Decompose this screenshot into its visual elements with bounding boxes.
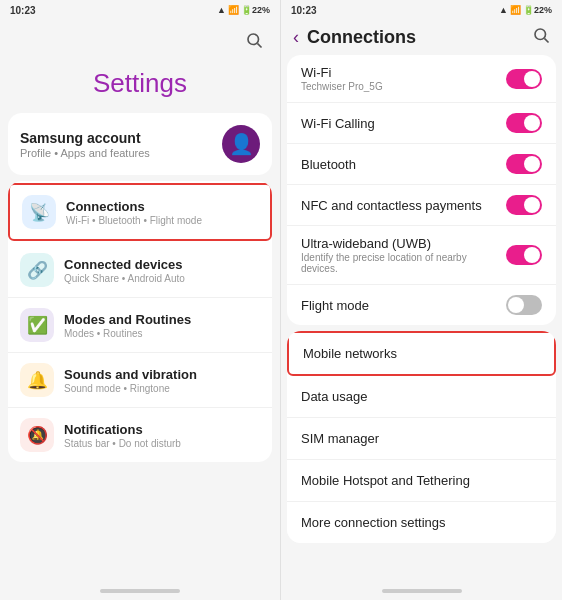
left-bottom-bar xyxy=(0,582,280,600)
wifi-toggle[interactable] xyxy=(506,69,542,89)
sidebar-item-notifications[interactable]: 🔕 Notifications Status bar • Do not dist… xyxy=(8,408,272,462)
connections-title: Connections xyxy=(66,199,202,214)
uwb-title: Ultra-wideband (UWB) xyxy=(301,236,506,251)
flight-mode-toggle[interactable] xyxy=(506,295,542,315)
sidebar-item-sounds[interactable]: 🔔 Sounds and vibration Sound mode • Ring… xyxy=(8,353,272,408)
wifi-title: Wi-Fi xyxy=(301,65,506,80)
left-bottom-indicator xyxy=(100,589,180,593)
wifi-calling-title: Wi-Fi Calling xyxy=(301,116,506,131)
uwb-sub: Identify the precise location of nearby … xyxy=(301,252,506,274)
modes-routines-title: Modes and Routines xyxy=(64,312,191,327)
samsung-account-card[interactable]: Samsung account Profile • Apps and featu… xyxy=(8,113,272,175)
svg-line-3 xyxy=(544,38,548,42)
wifi-sub: Techwiser Pro_5G xyxy=(301,81,506,92)
connected-devices-sub: Quick Share • Android Auto xyxy=(64,273,185,284)
right-status-bar: 10:23 ▲ 📶 🔋22% xyxy=(281,0,562,20)
data-usage-title: Data usage xyxy=(301,389,542,404)
account-name: Samsung account xyxy=(20,130,150,146)
nfc-title: NFC and contactless payments xyxy=(301,198,506,213)
flight-mode-title: Flight mode xyxy=(301,298,506,313)
more-connection-item[interactable]: More connection settings xyxy=(287,502,556,543)
notifications-title: Notifications xyxy=(64,422,181,437)
avatar: 👤 xyxy=(222,125,260,163)
flight-mode-item[interactable]: Flight mode xyxy=(287,285,556,325)
bluetooth-toggle[interactable] xyxy=(506,154,542,174)
left-time: 10:23 xyxy=(10,5,36,16)
left-panel: 10:23 ▲ 📶 🔋22% Settings Samsung account … xyxy=(0,0,281,600)
left-search-button[interactable] xyxy=(240,26,268,54)
more-connection-title: More connection settings xyxy=(301,515,542,530)
svg-point-0 xyxy=(248,34,259,45)
nfc-toggle[interactable] xyxy=(506,195,542,215)
sidebar-item-modes-routines[interactable]: ✅ Modes and Routines Modes • Routines xyxy=(8,298,272,353)
connected-devices-title: Connected devices xyxy=(64,257,185,272)
settings-title: Settings xyxy=(0,58,280,113)
bluetooth-title: Bluetooth xyxy=(301,157,506,172)
mobile-hotspot-item[interactable]: Mobile Hotspot and Tethering xyxy=(287,460,556,502)
nfc-item[interactable]: NFC and contactless payments xyxy=(287,185,556,226)
sounds-sub: Sound mode • Ringtone xyxy=(64,383,197,394)
right-header: ‹ Connections xyxy=(281,20,562,55)
connections-icon: 📡 xyxy=(22,195,56,229)
mobile-hotspot-title: Mobile Hotspot and Tethering xyxy=(301,473,542,488)
toggle-items-section: Wi-Fi Techwiser Pro_5G Wi-Fi Calling Blu… xyxy=(287,55,556,325)
wifi-calling-toggle[interactable] xyxy=(506,113,542,133)
sidebar-item-connections[interactable]: 📡 Connections Wi-Fi • Bluetooth • Flight… xyxy=(8,183,272,241)
left-header xyxy=(0,20,280,58)
connected-devices-icon: 🔗 xyxy=(20,253,54,287)
svg-line-1 xyxy=(257,43,261,47)
right-panel: 10:23 ▲ 📶 🔋22% ‹ Connections Wi-Fi Techw… xyxy=(281,0,562,600)
modes-routines-icon: ✅ xyxy=(20,308,54,342)
connections-sub: Wi-Fi • Bluetooth • Flight mode xyxy=(66,215,202,226)
uwb-toggle[interactable] xyxy=(506,245,542,265)
svg-point-2 xyxy=(535,29,546,40)
mobile-networks-title: Mobile networks xyxy=(303,346,540,361)
search-button[interactable] xyxy=(532,26,550,49)
sounds-icon: 🔔 xyxy=(20,363,54,397)
right-bottom-indicator xyxy=(382,589,462,593)
plain-items-section: Mobile networks Data usage SIM manager M… xyxy=(287,331,556,543)
notifications-icon: 🔕 xyxy=(20,418,54,452)
sidebar-item-connected-devices[interactable]: 🔗 Connected devices Quick Share • Androi… xyxy=(8,243,272,298)
bluetooth-item[interactable]: Bluetooth xyxy=(287,144,556,185)
wifi-item[interactable]: Wi-Fi Techwiser Pro_5G xyxy=(287,55,556,103)
right-status-icons: ▲ 📶 🔋22% xyxy=(499,5,552,15)
mobile-networks-item[interactable]: Mobile networks xyxy=(287,331,556,376)
page-title: Connections xyxy=(307,27,532,48)
left-status-bar: 10:23 ▲ 📶 🔋22% xyxy=(0,0,280,20)
sim-manager-title: SIM manager xyxy=(301,431,542,446)
right-time: 10:23 xyxy=(291,5,317,16)
settings-list: 📡 Connections Wi-Fi • Bluetooth • Flight… xyxy=(8,181,272,462)
right-bottom-bar xyxy=(281,582,562,600)
wifi-calling-item[interactable]: Wi-Fi Calling xyxy=(287,103,556,144)
avatar-icon: 👤 xyxy=(229,132,254,156)
uwb-item[interactable]: Ultra-wideband (UWB) Identify the precis… xyxy=(287,226,556,285)
left-status-icons: ▲ 📶 🔋22% xyxy=(217,5,270,15)
back-button[interactable]: ‹ xyxy=(293,27,299,48)
data-usage-item[interactable]: Data usage xyxy=(287,376,556,418)
account-sub: Profile • Apps and features xyxy=(20,147,150,159)
sounds-title: Sounds and vibration xyxy=(64,367,197,382)
sim-manager-item[interactable]: SIM manager xyxy=(287,418,556,460)
modes-routines-sub: Modes • Routines xyxy=(64,328,191,339)
notifications-sub: Status bar • Do not disturb xyxy=(64,438,181,449)
